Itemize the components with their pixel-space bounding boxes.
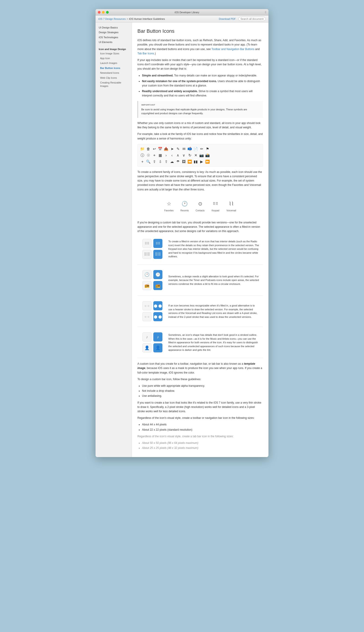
- sidebar-item-icon-image-sizes[interactable]: Icon Image Sizes: [96, 51, 132, 56]
- podcast-sel-icon: 📻: [153, 281, 162, 290]
- artist-sel-icon: 👤: [153, 343, 162, 352]
- sidebar-item-ui-elements[interactable]: UI Elements: [96, 40, 132, 44]
- download-pdf-link[interactable]: Download PDF: [219, 18, 236, 20]
- reading-list-sel-icon: ⬤ ⬤: [153, 312, 162, 321]
- icon-calendar: 📅: [158, 146, 163, 152]
- icon-location: ⌖: [152, 153, 157, 158]
- icon-folder: 📁: [140, 146, 145, 152]
- sidebar-item-app-icon[interactable]: App Icon: [96, 56, 132, 61]
- icon-guidelines-list: Use pure white with appropriate alpha tr…: [142, 384, 263, 398]
- tab-size-hi: About 50 x 50 pixels (96 x 64 pixels max…: [142, 441, 263, 445]
- icon-chevron-right: ›: [164, 153, 168, 158]
- thin-stroke-p: If you want to create a bar icon that lo…: [138, 401, 263, 414]
- minimize-button[interactable]: [102, 11, 105, 14]
- icon-mail: ✉: [181, 146, 186, 152]
- icon-check: ☉: [146, 153, 151, 158]
- icon-close: ✕: [193, 153, 198, 158]
- icon-rewind: ⏪: [187, 159, 192, 164]
- breadcrumb: iOS 7 Design Resources > iOS Human Inter…: [98, 18, 165, 20]
- guideline-white: Use pure white with appropriate alpha tr…: [142, 384, 263, 388]
- keypad-sel-icon: ⠿⠿: [153, 239, 162, 248]
- guideline-not-mistaken: Not easily mistaken for one of the syste…: [142, 79, 263, 88]
- icon-download: ⇩: [158, 159, 163, 164]
- maximize-button[interactable]: [106, 11, 109, 14]
- icon-doc: 📄: [193, 146, 198, 152]
- tab-icon-voicemail: ⌇⌇ Voicemail: [226, 200, 236, 212]
- tab-bar-link[interactable]: Tab Bar Icons: [138, 52, 154, 55]
- tab-icon-favorites: ☆ Favorites: [164, 200, 174, 212]
- page-title: Bar Button Icons: [138, 27, 263, 35]
- close-button[interactable]: [98, 11, 100, 14]
- breadcrumb-separator: >: [126, 18, 128, 20]
- traffic-lights: [98, 11, 109, 14]
- divider-1: [138, 264, 263, 264]
- icon-chevron-up: ∧: [176, 153, 180, 158]
- toolbar-sizes-list: About 44 x 44 pixels About 22 x 22 pixel…: [142, 422, 263, 432]
- breadcrumb-home[interactable]: iOS 7 Design Resources: [98, 18, 126, 20]
- icon-cloud-up: ☁: [170, 159, 174, 164]
- template-p1: A custom icon that you create for a tool…: [138, 362, 263, 375]
- sidebar-item-ios-technologies[interactable]: iOS Technologies: [96, 35, 132, 40]
- contacts-icon: ⊙: [196, 200, 204, 208]
- browser-window: iOS Developer Library  iOS 7 Design Res…: [96, 9, 268, 457]
- consistency-p1: Whether you use only custom icons or a m…: [138, 121, 263, 130]
- guideline-no-shadow: Not include a drop shadow.: [142, 389, 263, 393]
- size-p: Regardless of the icon's visual style, c…: [138, 416, 263, 420]
- intro-paragraph-2: If your app includes tasks or modes that…: [138, 58, 263, 71]
- favorites-label: Favorites: [164, 209, 174, 212]
- icon-reply: ↩: [152, 146, 157, 152]
- comparison-row-timer: 🕐 🕐 📻 📻 Sometimes, a design needs a slig…: [138, 268, 263, 292]
- sidebar-item-launch-images[interactable]: Launch Images: [96, 61, 132, 66]
- icon-edit: ✎: [176, 146, 180, 152]
- icon-chevron-down: ∨: [181, 153, 186, 158]
- consistency-p2: For example, take a look at the family o…: [138, 132, 263, 140]
- sidebar-item-newsstand-icons[interactable]: Newsstand Icons: [96, 70, 132, 75]
- sidebar: UI Design Basics Design Strategies iOS T…: [96, 22, 132, 457]
- coherent-family-p: To create a coherent family of icons, co…: [138, 170, 263, 192]
- icon-camera: 📷: [199, 153, 204, 158]
- toolbar-link[interactable]: Toolbar and Navigation Bar Buttons: [211, 48, 254, 51]
- artist-unsel-icon: 👤: [142, 343, 152, 352]
- icon-pencil: ✏: [199, 146, 204, 152]
- reading-list-unsel-icon: ○ ○: [142, 312, 152, 321]
- recents-label: Recents: [180, 209, 189, 212]
- icon-pause: ▮▮: [193, 159, 198, 164]
- search-input[interactable]: [238, 17, 266, 21]
- icons-row-2: ⓘ ☉ ⌖ ▦ › ‹ ∧ ∨ ↻ ✕ 📷 📸: [140, 153, 210, 158]
- sidebar-item-bar-button-icons[interactable]: Bar Button Icons: [96, 66, 132, 70]
- timer-sel-icon: 🕐: [153, 270, 162, 279]
- voicemail-sel-icon: ⬤ ⬤: [153, 301, 162, 310]
- comparison-section-4: ♪ ♪ 👤 👤 Sometimes, an icon's shape has d…: [138, 330, 263, 354]
- guideline-antialias: Use antialiasing.: [142, 394, 263, 398]
- important-text: Be sure to avoid using images that repli…: [141, 108, 260, 116]
- icon-chevron-left: ‹: [170, 153, 174, 158]
- icon-add: +: [140, 159, 145, 164]
- sidebar-header-icon-image-design[interactable]: Icon and Image Design: [96, 47, 132, 51]
- apple-logo-icon: : [265, 10, 266, 14]
- tab-icon-contacts: ⊙ Contacts: [196, 200, 204, 212]
- icon-inbox: 📤: [164, 146, 168, 152]
- comparison-row-keypad: ⠿⠿ ⠿⠿ ⠿⠿ ⠿⠿ To create a filled-in versio…: [138, 237, 263, 261]
- timer-unsel-icon: 🕐: [142, 270, 152, 279]
- comparison-text-2: Sometimes, a design needs a slight alter…: [168, 274, 259, 286]
- tab-icons-section: ☆ Favorites 🕐 Recents ⊙ Contacts ⠿⠿ Keyp…: [138, 196, 263, 216]
- toolbar-right: Download PDF: [219, 17, 266, 21]
- content-area: UI Design Basics Design Strategies iOS T…: [96, 22, 268, 457]
- icon-photo: 📸: [205, 153, 210, 158]
- icon-share: ⇪: [152, 159, 157, 164]
- sidebar-item-design-strategies[interactable]: Design Strategies: [96, 30, 132, 35]
- sidebar-item-creating-resizable-images[interactable]: Creating Resizable Images: [96, 80, 132, 89]
- grid-sel-icon: ⠿⠿: [153, 250, 162, 259]
- podcast-unsel-icon: 📻: [142, 281, 152, 290]
- comparison-section-1: ⠿⠿ ⠿⠿ ⠿⠿ ⠿⠿ To create a filled-in versio…: [138, 237, 263, 261]
- sidebar-item-web-clip-icons[interactable]: Web Clip Icons: [96, 76, 132, 80]
- sidebar-item-ui-design-basics[interactable]: UI Design Basics: [96, 25, 132, 30]
- tab-sizes-list: About 50 x 50 pixels (96 x 64 pixels max…: [142, 441, 263, 450]
- voicemail-icon: ⌇⌇: [227, 200, 236, 208]
- intro-paragraph-1: iOS defines lots of standard bar-button …: [138, 38, 263, 56]
- window-title: iOS Developer Library: [109, 11, 265, 14]
- icon-mailbox: 📫: [187, 146, 192, 152]
- icon-fastforward: ⏩: [205, 159, 210, 164]
- music-sel-icon: ♪: [153, 332, 162, 342]
- icons-row-3: + 🔍 ⇪ ⇩ ⇧ ☁ ☂ 🖼 ⏪ ▮▮ ▶ ⏩: [140, 159, 210, 164]
